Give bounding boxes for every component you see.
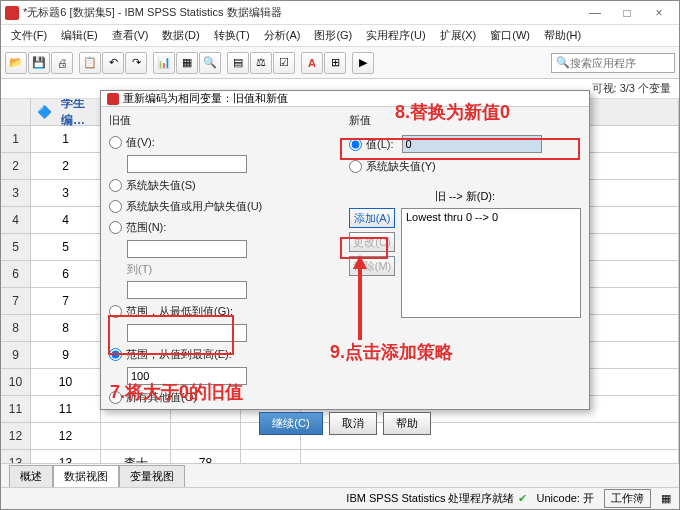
mapping-listbox[interactable]: Lowest thru 0 --> 0 xyxy=(401,208,581,318)
range-high-input[interactable] xyxy=(127,367,247,385)
menu-transform[interactable]: 转换(T) xyxy=(208,26,256,45)
find-icon[interactable]: 🔍 xyxy=(199,52,221,74)
search-box[interactable]: 🔍 xyxy=(551,53,675,73)
opt-else[interactable]: 所有其他值(O) xyxy=(109,389,341,406)
run-icon[interactable]: ▶ xyxy=(352,52,374,74)
cell[interactable]: 1 xyxy=(31,126,101,153)
close-button[interactable]: × xyxy=(643,3,675,23)
minimize-button[interactable]: — xyxy=(579,3,611,23)
range-from-input[interactable] xyxy=(127,240,247,258)
menu-data[interactable]: 数据(D) xyxy=(156,26,205,45)
opt-sysusermis[interactable]: 系统缺失值或用户缺失值(U) xyxy=(109,198,341,215)
new-value-label: 新值 xyxy=(349,113,581,128)
status-unicode: Unicode: 开 xyxy=(537,491,594,506)
tab-var-view[interactable]: 变量视图 xyxy=(119,465,185,487)
dialog-title: 重新编码为相同变量：旧值和新值 xyxy=(123,91,288,106)
dialog-titlebar: 重新编码为相同变量：旧值和新值 xyxy=(101,91,589,107)
list-header-label: 旧 --> 新(D): xyxy=(349,189,581,204)
opt-new-value[interactable]: 值(L): xyxy=(349,134,581,154)
open-icon[interactable]: 📂 xyxy=(5,52,27,74)
add-button[interactable]: 添加(A) xyxy=(349,208,395,228)
row-header[interactable]: 2 xyxy=(1,153,31,180)
menu-graph[interactable]: 图形(G) xyxy=(308,26,358,45)
search-icon: 🔍 xyxy=(556,56,570,69)
statusbar: IBM SPSS Statistics 处理程序就绪 ✔ Unicode: 开 … xyxy=(1,487,679,509)
recode-dialog: 重新编码为相同变量：旧值和新值 旧值 值(V): 系统缺失值(S) 系统缺失值或… xyxy=(100,90,590,410)
save-icon[interactable]: 💾 xyxy=(28,52,50,74)
recall-icon[interactable]: 📋 xyxy=(79,52,101,74)
range-to-input[interactable] xyxy=(127,281,247,299)
menu-help[interactable]: 帮助(H) xyxy=(538,26,587,45)
opt-range[interactable]: 范围(N): xyxy=(109,219,341,236)
opt-range-low[interactable]: 范围，从最低到值(G): xyxy=(109,303,341,320)
split-icon[interactable]: ▤ xyxy=(227,52,249,74)
menu-extensions[interactable]: 扩展(X) xyxy=(434,26,483,45)
range-low-input[interactable] xyxy=(127,324,247,342)
search-input[interactable] xyxy=(570,57,670,69)
remove-button[interactable]: 移除(M) xyxy=(349,256,395,276)
weight-icon[interactable]: ⚖ xyxy=(250,52,272,74)
old-value-panel: 旧值 值(V): 系统缺失值(S) 系统缺失值或用户缺失值(U) 范围(N): … xyxy=(109,113,341,406)
toolbar: 📂 💾 🖨 📋 ↶ ↷ 📊 ▦ 🔍 ▤ ⚖ ☑ A ⊞ ▶ 🔍 xyxy=(1,47,679,79)
visible-vars: 可视: 3/3 个变量 xyxy=(592,81,671,96)
status-processor: IBM SPSS Statistics 处理程序就绪 ✔ xyxy=(346,491,526,506)
opt-value[interactable]: 值(V): xyxy=(109,134,341,151)
continue-button[interactable]: 继续(C) xyxy=(259,412,322,435)
labels-icon[interactable]: A xyxy=(301,52,323,74)
status-workbook[interactable]: 工作簿 xyxy=(604,489,651,508)
opt-sysmis[interactable]: 系统缺失值(S) xyxy=(109,177,341,194)
new-value-input[interactable] xyxy=(402,135,542,153)
goto-icon[interactable]: 📊 xyxy=(153,52,175,74)
dialog-icon xyxy=(107,93,119,105)
status-icon[interactable]: ▦ xyxy=(661,492,671,505)
help-button[interactable]: 帮助 xyxy=(383,412,431,435)
app-icon xyxy=(5,6,19,20)
new-value-panel: 新值 值(L): 系统缺失值(Y) 旧 --> 新(D): 添加(A) 更改(C… xyxy=(349,113,581,406)
tab-data-view[interactable]: 数据视图 xyxy=(53,465,119,487)
opt-new-sysmis[interactable]: 系统缺失值(Y) xyxy=(349,158,581,175)
sets-icon[interactable]: ⊞ xyxy=(324,52,346,74)
row-header[interactable]: 1 xyxy=(1,126,31,153)
col-header-1[interactable]: 🔷 学生编… xyxy=(31,99,101,126)
tab-overview[interactable]: 概述 xyxy=(9,465,53,487)
list-item[interactable]: Lowest thru 0 --> 0 xyxy=(406,211,576,223)
opt-range-high[interactable]: 范围，从值到最高(E): xyxy=(109,346,341,363)
menu-analyze[interactable]: 分析(A) xyxy=(258,26,307,45)
cancel-button[interactable]: 取消 xyxy=(329,412,377,435)
range-to-label: 到(T) xyxy=(127,262,341,277)
redo-icon[interactable]: ↷ xyxy=(125,52,147,74)
view-tabs: 概述 数据视图 变量视图 xyxy=(1,463,679,487)
dialog-buttons: 继续(C) 取消 帮助 xyxy=(101,408,589,443)
window-title: *无标题6 [数据集5] - IBM SPSS Statistics 数据编辑器 xyxy=(23,5,579,20)
menu-file[interactable]: 文件(F) xyxy=(5,26,53,45)
menu-edit[interactable]: 编辑(E) xyxy=(55,26,104,45)
change-button[interactable]: 更改(C) xyxy=(349,232,395,252)
titlebar: *无标题6 [数据集5] - IBM SPSS Statistics 数据编辑器… xyxy=(1,1,679,25)
menu-view[interactable]: 查看(V) xyxy=(106,26,155,45)
menu-utilities[interactable]: 实用程序(U) xyxy=(360,26,431,45)
menubar: 文件(F) 编辑(E) 查看(V) 数据(D) 转换(T) 分析(A) 图形(G… xyxy=(1,25,679,47)
select-icon[interactable]: ☑ xyxy=(273,52,295,74)
print-icon[interactable]: 🖨 xyxy=(51,52,73,74)
menu-window[interactable]: 窗口(W) xyxy=(484,26,536,45)
maximize-button[interactable]: □ xyxy=(611,3,643,23)
value-input[interactable] xyxy=(127,155,247,173)
undo-icon[interactable]: ↶ xyxy=(102,52,124,74)
old-value-label: 旧值 xyxy=(109,113,341,128)
vars-icon[interactable]: ▦ xyxy=(176,52,198,74)
corner-cell xyxy=(1,99,31,126)
